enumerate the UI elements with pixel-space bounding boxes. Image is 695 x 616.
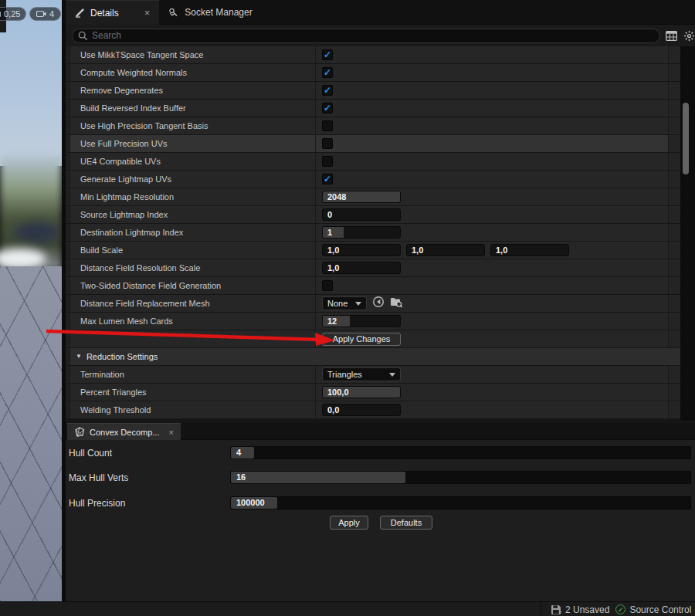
property-label: Compute Weighted Normals (70, 64, 316, 81)
field-value: 1,0 (323, 262, 400, 273)
tab-convex-label: Convex Decomp... (90, 428, 159, 437)
checkbox-check-icon: ✓ (324, 103, 331, 113)
camera-count-badge[interactable]: 4 (29, 7, 61, 21)
property-value-cell (316, 153, 669, 170)
viewport-strip[interactable]: 0,25 4 (0, 0, 62, 601)
value-field[interactable]: 1,0 (322, 244, 401, 256)
use-selected-asset-icon[interactable] (372, 296, 385, 311)
tab-convex-decomposition[interactable]: Convex Decomp... × (67, 423, 181, 440)
field-value: 1 (323, 227, 400, 238)
row-right-gutter (669, 366, 680, 383)
property-value-cell: ✓ (316, 171, 669, 188)
unsaved-status[interactable]: 2 Unsaved (551, 604, 609, 615)
checkbox[interactable]: ✓ (322, 103, 333, 113)
property-row: Two-Sided Distance Field Generation (66, 277, 680, 295)
unsaved-label: 2 Unsaved (565, 604, 609, 615)
checkbox[interactable] (322, 156, 333, 167)
property-row: Apply Changes (66, 330, 680, 348)
value-field[interactable]: 1,0 (490, 244, 569, 256)
property-row: ▼Reduction Settings (66, 348, 680, 366)
search-input[interactable] (92, 30, 632, 41)
convex-slider[interactable]: 16 (230, 471, 691, 484)
value-field[interactable]: 2048 (322, 191, 401, 203)
details-tabbar: Details × Socket Manager (66, 0, 695, 25)
search-box[interactable] (72, 29, 660, 43)
checkbox[interactable]: ✓ (322, 67, 333, 78)
row-right-gutter (669, 153, 680, 170)
checkbox[interactable] (322, 280, 333, 291)
tab-convex-close-icon[interactable]: × (168, 428, 173, 437)
property-row: TerminationTriangles (66, 366, 680, 384)
details-scrollbar-thumb[interactable] (683, 103, 689, 174)
checkbox-check-icon: ✓ (324, 68, 331, 77)
property-value-cell (316, 117, 669, 134)
property-label: Use MikkTSpace Tangent Space (70, 46, 316, 63)
row-right-gutter (669, 259, 680, 276)
convex-decomposition-panel: Convex Decomp... × Hull Count4Max Hull V… (66, 423, 695, 601)
save-icon (551, 604, 561, 615)
tab-details-close-icon[interactable]: × (144, 7, 151, 19)
property-row: Use Full Precision UVs (66, 135, 680, 153)
row-right-gutter (669, 206, 680, 223)
property-value-cell: 1 (316, 224, 669, 241)
property-label: Destination Lightmap Index (70, 224, 316, 241)
value-field[interactable]: 0 (322, 208, 401, 221)
socket-manager-icon (168, 8, 179, 18)
value-field[interactable]: 1 (322, 226, 401, 239)
property-row: Source Lightmap Index0 (66, 206, 680, 224)
property-value-cell (316, 135, 669, 152)
row-right-gutter (669, 330, 680, 347)
property-value-cell: 1,0 (316, 259, 669, 276)
display-filter-grid-icon[interactable] (666, 31, 677, 41)
apply-changes-button[interactable]: Apply Changes (322, 333, 401, 346)
checkbox[interactable]: ✓ (322, 85, 333, 96)
value-field[interactable]: 100,0 (322, 386, 401, 398)
search-icon (78, 31, 88, 41)
property-label: Percent Triangles (70, 384, 316, 401)
property-label: Generate Lightmap UVs (70, 171, 316, 188)
checkbox-check-icon: ✓ (324, 86, 331, 95)
chevron-down-icon (355, 302, 361, 309)
field-value: 1,0 (323, 245, 400, 256)
value-field[interactable]: 1,0 (406, 244, 485, 256)
checkbox[interactable] (322, 120, 333, 131)
property-label: Use High Precision Tangent Basis (70, 117, 316, 134)
convex-slider[interactable]: 100000 (230, 496, 691, 509)
dropdown[interactable]: Triangles (322, 367, 401, 381)
value-field[interactable]: 0,0 (322, 404, 401, 416)
property-row: Generate Lightmap UVs✓ (66, 171, 680, 188)
details-scrollbar-track[interactable] (680, 46, 695, 421)
category-caret-icon: ▼ (76, 348, 82, 365)
property-row: Destination Lightmap Index1 (66, 224, 680, 242)
convex-slider-label: Max Hull Verts (69, 472, 128, 483)
apply-button[interactable]: Apply (330, 516, 368, 530)
camera-speed-badge[interactable]: 0,25 (0, 7, 26, 21)
row-right-gutter (669, 295, 680, 312)
convex-tabbar: Convex Decomp... × (66, 423, 695, 440)
row-right-gutter (669, 64, 680, 81)
property-value-cell: ✓ (316, 82, 669, 99)
tab-socket-manager[interactable]: Socket Manager (159, 0, 261, 25)
asset-dropdown[interactable]: None (322, 296, 367, 310)
convex-slider[interactable]: 4 (230, 446, 691, 459)
row-right-gutter (669, 401, 680, 418)
checkbox[interactable]: ✓ (322, 49, 333, 60)
checkbox[interactable]: ✓ (322, 174, 333, 184)
details-panel: Details × Socket Manager (66, 0, 695, 423)
value-field[interactable]: 1,0 (322, 262, 401, 274)
defaults-button[interactable]: Defaults (380, 516, 432, 530)
property-label: Two-Sided Distance Field Generation (70, 277, 316, 294)
source-control-status[interactable]: ✓ Source Control (615, 604, 691, 615)
checkbox[interactable] (322, 138, 333, 149)
property-row: Compute Weighted Normals✓ (66, 64, 680, 82)
property-value-cell: 2048 (316, 188, 669, 205)
category-header[interactable]: ▼Reduction Settings (70, 348, 158, 365)
tab-details[interactable]: Details × (66, 0, 159, 25)
value-field[interactable]: 12 (322, 315, 401, 327)
source-control-label: Source Control (629, 604, 691, 615)
property-label: Build Scale (70, 242, 316, 259)
browse-to-asset-icon[interactable] (390, 296, 403, 311)
slider-value: 4 (231, 447, 690, 459)
property-row: Build Reversed Index Buffer✓ (66, 100, 680, 117)
settings-gear-icon[interactable] (683, 30, 695, 42)
